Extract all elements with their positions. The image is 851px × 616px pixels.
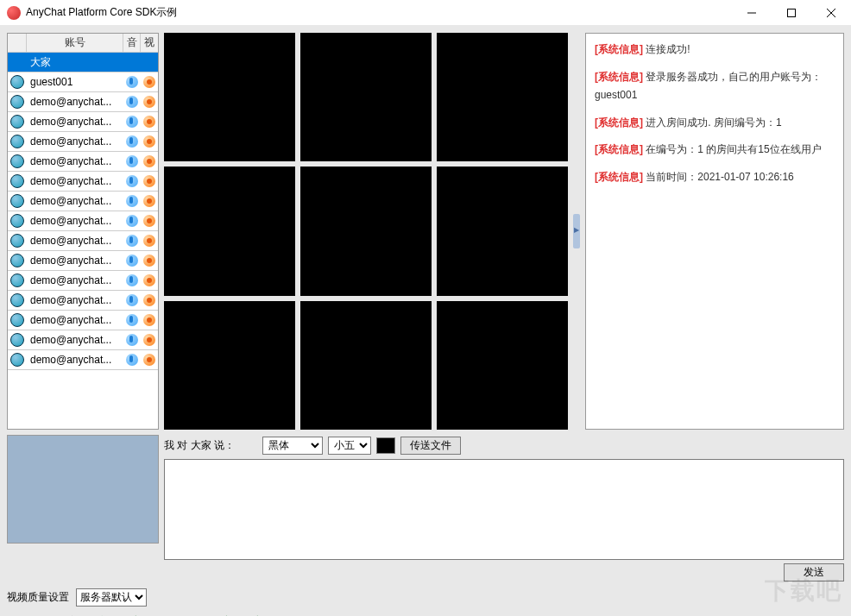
font-size-select[interactable]: 小五 (328, 437, 371, 455)
avatar-icon (10, 273, 24, 287)
log-tag: [系统信息] (595, 143, 643, 155)
header-name-col[interactable]: 账号 (27, 34, 123, 52)
log-line: [系统信息] 进入房间成功. 房间编号为：1 (595, 114, 835, 133)
video-cell[interactable] (164, 301, 295, 430)
user-video-icon[interactable] (141, 53, 158, 72)
header-video-col[interactable]: 视 (141, 34, 158, 52)
video-cell[interactable] (300, 301, 432, 430)
avatar-icon (10, 115, 24, 129)
user-row[interactable]: demo@anychat... (8, 251, 158, 271)
header-audio-col[interactable]: 音 (123, 34, 141, 52)
user-avatar (8, 311, 27, 330)
user-video-icon[interactable] (141, 72, 158, 92)
user-row[interactable]: demo@anychat... (8, 231, 158, 251)
user-audio-icon[interactable] (123, 152, 141, 172)
user-video-icon[interactable] (141, 350, 158, 370)
user-audio-icon[interactable] (123, 112, 141, 132)
user-audio-icon[interactable] (123, 350, 141, 370)
user-avatar (8, 172, 27, 192)
send-file-button[interactable]: 传送文件 (400, 437, 461, 455)
user-video-icon[interactable] (141, 271, 158, 291)
user-row[interactable]: demo@anychat... (8, 152, 158, 172)
camera-icon (143, 195, 155, 207)
user-avatar (8, 211, 27, 231)
user-video-icon[interactable] (141, 152, 158, 172)
user-audio-icon[interactable] (123, 53, 141, 72)
video-cell[interactable] (300, 33, 432, 161)
user-row[interactable]: demo@anychat... (8, 271, 158, 291)
user-video-icon[interactable] (141, 172, 158, 192)
user-row[interactable]: demo@anychat... (8, 172, 158, 192)
user-row[interactable]: demo@anychat... (8, 192, 158, 211)
user-video-icon[interactable] (141, 112, 158, 132)
avatar-icon (10, 313, 24, 327)
user-name: demo@anychat... (27, 255, 123, 267)
user-row[interactable]: demo@anychat... (8, 311, 158, 330)
log-tag: [系统信息] (595, 43, 643, 55)
close-button[interactable] (811, 0, 851, 26)
user-video-icon[interactable] (141, 211, 158, 231)
chat-prefix-label: 我 对 大家 说： (164, 438, 235, 453)
user-video-icon[interactable] (141, 92, 158, 112)
user-audio-icon[interactable] (123, 132, 141, 152)
user-audio-icon[interactable] (123, 172, 141, 192)
user-audio-icon[interactable] (123, 92, 141, 112)
user-video-icon[interactable] (141, 231, 158, 251)
user-avatar (8, 112, 27, 132)
video-quality-select[interactable]: 服务器默认 (76, 588, 147, 607)
user-row[interactable]: demo@anychat... (8, 112, 158, 132)
video-cell[interactable] (437, 301, 568, 430)
video-cell[interactable] (300, 167, 432, 295)
user-row[interactable]: demo@anychat... (8, 132, 158, 152)
user-row[interactable]: guest001 (8, 72, 158, 92)
user-audio-icon[interactable] (123, 271, 141, 291)
user-name: demo@anychat... (27, 135, 123, 148)
user-audio-icon[interactable] (123, 330, 141, 350)
user-row[interactable]: demo@anychat... (8, 350, 158, 370)
user-video-icon[interactable] (141, 132, 158, 152)
user-audio-icon[interactable] (123, 72, 141, 92)
font-color-swatch[interactable] (376, 437, 395, 454)
user-row[interactable]: demo@anychat... (8, 92, 158, 112)
user-video-icon[interactable] (141, 291, 158, 311)
user-name: demo@anychat... (27, 116, 123, 128)
microphone-icon (126, 294, 138, 306)
user-video-icon[interactable] (141, 251, 158, 271)
user-avatar (8, 152, 27, 172)
user-audio-icon[interactable] (123, 291, 141, 311)
user-video-icon[interactable] (141, 330, 158, 350)
user-audio-icon[interactable] (123, 311, 141, 330)
user-row[interactable]: demo@anychat... (8, 211, 158, 231)
send-button[interactable]: 发送 (784, 563, 844, 581)
user-audio-icon[interactable] (123, 192, 141, 211)
font-select[interactable]: 黑体 (262, 437, 323, 455)
user-audio-icon[interactable] (123, 211, 141, 231)
video-cell[interactable] (164, 33, 295, 161)
video-cell[interactable] (164, 167, 295, 295)
user-video-icon[interactable] (141, 192, 158, 211)
microphone-icon (126, 155, 138, 167)
microphone-icon (126, 334, 138, 346)
user-video-icon[interactable] (141, 311, 158, 330)
microphone-icon (126, 116, 138, 128)
video-cell[interactable] (437, 167, 568, 295)
user-row[interactable]: 大家 (8, 53, 158, 72)
splitter-handle[interactable] (573, 214, 580, 248)
titlebar: AnyChat Platform Core SDK示例 (0, 0, 851, 26)
microphone-icon (126, 354, 138, 366)
user-name: demo@anychat... (27, 195, 123, 207)
camera-icon (143, 135, 155, 148)
user-row[interactable]: demo@anychat... (8, 330, 158, 350)
minimize-button[interactable] (732, 0, 772, 26)
chat-input[interactable] (164, 459, 844, 560)
microphone-icon (126, 314, 138, 326)
video-cell[interactable] (437, 33, 568, 161)
user-row[interactable]: demo@anychat... (8, 291, 158, 311)
user-name: demo@anychat... (27, 96, 123, 108)
app-icon (7, 6, 21, 20)
maximize-button[interactable] (772, 0, 811, 26)
user-name: demo@anychat... (27, 175, 123, 187)
self-video-preview[interactable] (7, 435, 159, 544)
user-audio-icon[interactable] (123, 251, 141, 271)
user-audio-icon[interactable] (123, 231, 141, 251)
